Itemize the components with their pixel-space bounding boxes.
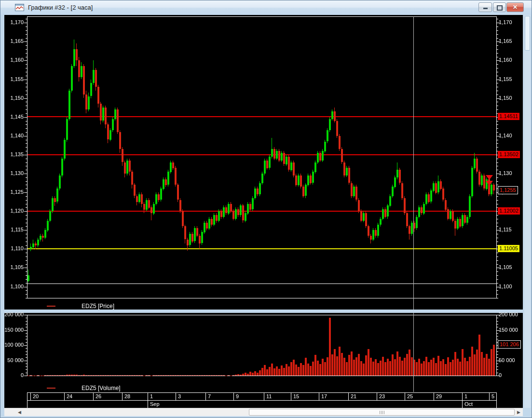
- vertical-scrollbar[interactable]: [524, 15, 531, 408]
- chart-window: Графики #32 - [2 часа] ✕ EDZ5 [Price] ED…: [0, 0, 532, 418]
- scroll-left-arrow-icon[interactable]: ◀: [15, 408, 24, 416]
- horizontal-scrollbar[interactable]: ◀ ▶: [4, 408, 523, 416]
- chart-canvas[interactable]: [0, 0, 532, 418]
- scrollbar-grip-icon: [380, 411, 384, 414]
- vertical-scrollbar-thumb[interactable]: [525, 16, 530, 51]
- scroll-right-arrow-icon[interactable]: ▶: [515, 408, 523, 416]
- horizontal-scrollbar-thumb[interactable]: [249, 409, 515, 416]
